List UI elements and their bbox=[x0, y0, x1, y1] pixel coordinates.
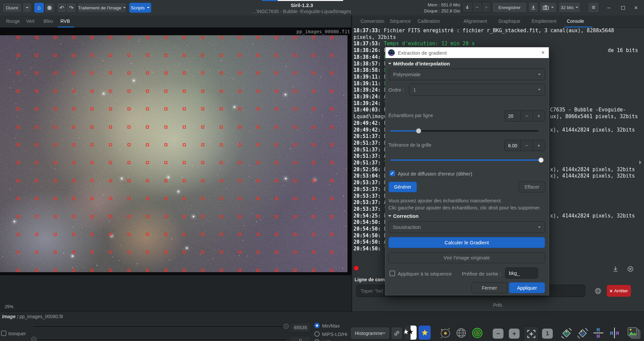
sample-square[interactable] bbox=[109, 143, 112, 146]
sample-square[interactable] bbox=[275, 233, 278, 236]
sample-square[interactable] bbox=[257, 179, 260, 182]
sample-square[interactable] bbox=[17, 54, 20, 57]
sample-square[interactable] bbox=[183, 197, 186, 200]
hi-slider-handle[interactable] bbox=[283, 324, 289, 329]
sample-square[interactable] bbox=[312, 36, 315, 39]
zoom-100-button[interactable]: 1 bbox=[542, 329, 553, 339]
tolerance-slider[interactable] bbox=[390, 159, 538, 161]
sample-square[interactable] bbox=[257, 269, 260, 272]
sample-square[interactable] bbox=[238, 126, 241, 129]
sample-square[interactable] bbox=[91, 179, 94, 182]
sample-square[interactable] bbox=[238, 215, 241, 218]
bit-depth-dropdown[interactable]: 32 bits bbox=[558, 2, 581, 13]
sample-square[interactable] bbox=[17, 161, 20, 164]
sample-square[interactable] bbox=[312, 143, 315, 146]
sequence-frames-button[interactable] bbox=[626, 326, 642, 340]
hamburger-menu-button[interactable]: ≡ bbox=[588, 2, 599, 13]
sample-square[interactable] bbox=[293, 71, 297, 75]
sample-square[interactable] bbox=[257, 54, 260, 57]
threads-plus-button[interactable]: + bbox=[482, 2, 491, 12]
sample-square[interactable] bbox=[35, 143, 38, 146]
sample-square[interactable] bbox=[109, 161, 112, 164]
sample-square[interactable] bbox=[330, 36, 333, 39]
sample-square[interactable] bbox=[220, 107, 223, 110]
sample-square[interactable] bbox=[146, 90, 149, 93]
flip-horizontal-button[interactable]: R R bbox=[607, 326, 622, 340]
hi-value-box[interactable]: 65535 bbox=[290, 323, 311, 332]
sample-square[interactable] bbox=[127, 233, 130, 236]
sample-square[interactable] bbox=[35, 161, 38, 164]
dialog-titlebar[interactable]: Extraction de gradient × bbox=[385, 47, 549, 58]
sample-square[interactable] bbox=[146, 54, 149, 57]
sample-square[interactable] bbox=[330, 197, 333, 200]
tab-séquence[interactable]: Séquence bbox=[390, 15, 411, 27]
sample-square[interactable] bbox=[330, 107, 333, 110]
dither-checkbox[interactable]: ✓ bbox=[389, 170, 395, 176]
sample-square[interactable] bbox=[72, 269, 75, 272]
image-processing-menu[interactable]: Traitement de l'image bbox=[77, 3, 126, 13]
flip-vertical-button[interactable]: R R bbox=[592, 326, 605, 340]
sample-square[interactable] bbox=[54, 251, 57, 254]
sample-square[interactable] bbox=[72, 215, 75, 218]
sample-square[interactable] bbox=[17, 233, 20, 236]
sample-square[interactable] bbox=[127, 54, 130, 57]
mips-radio[interactable] bbox=[314, 331, 320, 337]
sample-square[interactable] bbox=[330, 71, 333, 75]
sample-square[interactable] bbox=[35, 107, 38, 110]
sample-square[interactable] bbox=[164, 143, 167, 146]
sample-square[interactable] bbox=[183, 107, 186, 110]
sample-square[interactable] bbox=[127, 90, 130, 93]
sample-square[interactable] bbox=[109, 126, 112, 129]
sample-square[interactable] bbox=[35, 215, 38, 218]
astrometry-button[interactable] bbox=[439, 326, 451, 340]
sample-square[interactable] bbox=[201, 197, 204, 200]
sample-square[interactable] bbox=[91, 71, 94, 75]
sample-square[interactable] bbox=[183, 71, 186, 75]
sample-square[interactable] bbox=[164, 233, 167, 236]
sample-square[interactable] bbox=[293, 233, 297, 236]
sample-square[interactable] bbox=[293, 215, 297, 218]
sample-square[interactable] bbox=[109, 71, 112, 75]
sample-square[interactable] bbox=[91, 215, 94, 218]
interpolation-section-header[interactable]: Méthode d'interpolation bbox=[388, 61, 450, 66]
sample-square[interactable] bbox=[275, 143, 278, 146]
star-detection-button[interactable]: ★ bbox=[419, 326, 431, 340]
sample-square[interactable] bbox=[312, 161, 315, 164]
sample-square[interactable] bbox=[183, 233, 186, 236]
sample-square[interactable] bbox=[257, 90, 260, 93]
dialog-close-icon[interactable]: × bbox=[541, 49, 545, 56]
sample-square[interactable] bbox=[91, 233, 94, 236]
sample-square[interactable] bbox=[201, 71, 204, 75]
sample-square[interactable] bbox=[238, 90, 241, 93]
sample-square[interactable] bbox=[220, 90, 223, 93]
sample-square[interactable] bbox=[35, 269, 38, 272]
sample-square[interactable] bbox=[183, 251, 186, 254]
sample-square[interactable] bbox=[257, 233, 260, 236]
sample-square[interactable] bbox=[109, 233, 112, 236]
sample-square[interactable] bbox=[312, 54, 315, 57]
tab-rvb[interactable]: RVB bbox=[60, 15, 70, 27]
sample-square[interactable] bbox=[257, 161, 260, 164]
sample-square[interactable] bbox=[127, 161, 130, 164]
sample-square[interactable] bbox=[54, 143, 57, 146]
sample-square[interactable] bbox=[17, 71, 20, 75]
sample-square[interactable] bbox=[91, 161, 94, 164]
sample-square[interactable] bbox=[146, 215, 149, 218]
correction-dropdown[interactable]: Soustraction bbox=[388, 221, 545, 233]
sample-square[interactable] bbox=[312, 179, 315, 182]
sample-square[interactable] bbox=[201, 143, 204, 146]
scripts-menu[interactable]: Scripts bbox=[129, 3, 151, 13]
tab-calibration[interactable]: Calibration bbox=[418, 15, 440, 27]
sample-square[interactable] bbox=[257, 215, 260, 218]
sample-square[interactable] bbox=[109, 54, 112, 57]
sample-square[interactable] bbox=[35, 179, 38, 182]
sample-square[interactable] bbox=[330, 233, 333, 236]
sample-square[interactable] bbox=[72, 90, 75, 93]
sample-square[interactable] bbox=[312, 126, 315, 129]
sample-square[interactable] bbox=[109, 251, 112, 254]
save-as-button[interactable] bbox=[528, 2, 538, 13]
astro-image[interactable] bbox=[0, 35, 347, 272]
sample-square[interactable] bbox=[330, 126, 333, 129]
sample-square[interactable] bbox=[257, 107, 260, 110]
user-radio[interactable] bbox=[314, 339, 320, 341]
